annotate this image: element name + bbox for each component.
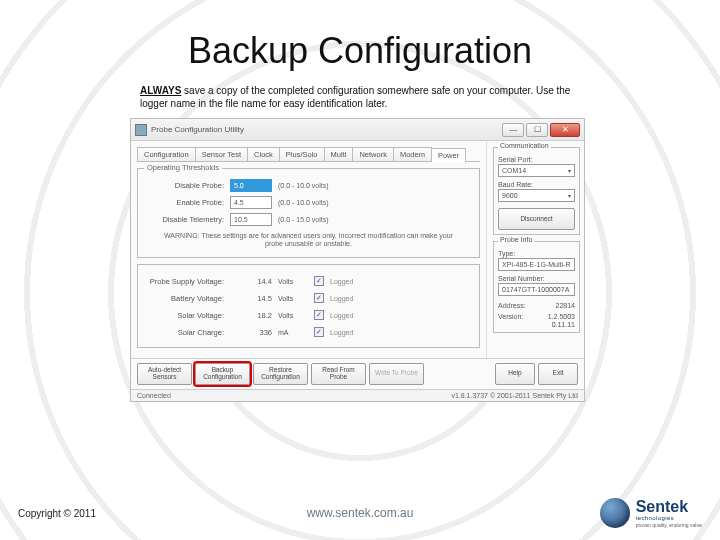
close-button[interactable]: ✕ xyxy=(550,123,580,137)
reading-label: Solar Charge: xyxy=(146,328,224,337)
exit-button[interactable]: Exit xyxy=(538,363,578,385)
logged-label: Logged xyxy=(330,329,353,336)
version-value-2: 0.11.11 xyxy=(552,321,575,328)
serial-port-label: Serial Port: xyxy=(498,156,575,163)
type-label: Type: xyxy=(498,250,575,257)
app-icon xyxy=(135,124,147,136)
serial-number-field: 01747GTT-1000007A xyxy=(498,283,575,296)
reading-value: 14.5 xyxy=(230,294,272,303)
operating-thresholds-group: Operating Thresholds Disable Probe: 5.0 … xyxy=(137,168,480,258)
version-label: Version: xyxy=(498,313,523,320)
group-legend: Operating Thresholds xyxy=(144,163,222,172)
reading-label: Battery Voltage: xyxy=(146,294,224,303)
sentek-logo: Sentek technologies proven quality, endu… xyxy=(600,498,702,528)
reading-row: Battery Voltage:14.5Volts✓Logged xyxy=(146,290,471,307)
comm-legend: Communication xyxy=(498,142,551,149)
reading-value: 336 xyxy=(230,328,272,337)
tab-sensor-test[interactable]: Sensor Test xyxy=(195,147,248,161)
slide-title: Backup Configuration xyxy=(0,0,720,80)
footer-url: www.sentek.com.au xyxy=(307,506,414,520)
baud-rate-dropdown[interactable]: 9600▾ xyxy=(498,189,575,202)
reading-row: Solar Charge:336mA✓Logged xyxy=(146,324,471,341)
warning-text: WARNING: These settings are for advanced… xyxy=(156,232,461,249)
reading-label: Probe Supply Voltage: xyxy=(146,277,224,286)
serial-port-dropdown[interactable]: COM14▾ xyxy=(498,164,575,177)
reading-label: Solar Voltage: xyxy=(146,311,224,320)
read-from-probe-button[interactable]: Read FromProbe xyxy=(311,363,366,385)
enable-probe-label: Enable Probe: xyxy=(146,198,224,207)
enable-probe-field[interactable]: 4.5 xyxy=(230,196,272,209)
disable-telemetry-hint: (0.0 - 15.0 volts) xyxy=(278,216,329,223)
copyright-text: Copyright © 2011 xyxy=(18,508,96,519)
disable-probe-field[interactable]: 5.0 xyxy=(230,179,272,192)
logo-globe-icon xyxy=(600,498,630,528)
logged-checkbox[interactable]: ✓ xyxy=(314,327,324,337)
type-field: XPI-485-E-1G-Multi-R xyxy=(498,258,575,271)
bottom-toolbar: Auto-detectSensors BackupConfiguration R… xyxy=(131,358,584,389)
reading-unit: mA xyxy=(278,329,308,336)
tab-network[interactable]: Network xyxy=(352,147,394,161)
reading-value: 18.2 xyxy=(230,311,272,320)
readings-group: Probe Supply Voltage:14.4Volts✓LoggedBat… xyxy=(137,264,480,348)
window-title: Probe Configuration Utility xyxy=(151,125,244,134)
logged-label: Logged xyxy=(330,312,353,319)
logged-checkbox[interactable]: ✓ xyxy=(314,276,324,286)
logo-tagline: proven quality, enduring value xyxy=(636,523,702,528)
dropdown-icon: ▾ xyxy=(568,167,571,174)
tab-modem[interactable]: Modem xyxy=(393,147,432,161)
reading-value: 14.4 xyxy=(230,277,272,286)
status-left: Connected xyxy=(137,392,171,399)
status-bar: Connected v1.8.1.3737 © 2001-2011 Sentek… xyxy=(131,389,584,401)
logged-label: Logged xyxy=(330,295,353,302)
tab-bar: ConfigurationSensor TestClockPlus/SoloMu… xyxy=(137,147,480,162)
tab-clock[interactable]: Clock xyxy=(247,147,280,161)
backup-configuration-button[interactable]: BackupConfiguration xyxy=(195,363,250,385)
disable-probe-hint: (0.0 - 10.0 volts) xyxy=(278,182,329,189)
logo-brand: Sentek xyxy=(636,499,702,515)
probe-info-legend: Probe Info xyxy=(498,236,534,243)
disable-telemetry-label: Disable Telemetry: xyxy=(146,215,224,224)
instruction-text: ALWAYS save a copy of the completed conf… xyxy=(140,84,580,110)
communication-group: Communication Serial Port: COM14▾ Baud R… xyxy=(493,147,580,235)
help-button[interactable]: Help xyxy=(495,363,535,385)
disable-telemetry-field[interactable]: 10.5 xyxy=(230,213,272,226)
tab-multi[interactable]: Multi xyxy=(324,147,354,161)
maximize-button[interactable]: ☐ xyxy=(526,123,548,137)
tab-plus-solo[interactable]: Plus/Solo xyxy=(279,147,325,161)
logged-checkbox[interactable]: ✓ xyxy=(314,310,324,320)
logo-subtext: technologies xyxy=(636,515,702,521)
address-value: 22814 xyxy=(556,302,575,309)
address-label: Address: xyxy=(498,302,526,309)
app-window: Probe Configuration Utility — ☐ ✕ Config… xyxy=(130,118,585,402)
tab-power[interactable]: Power xyxy=(431,148,466,162)
write-to-probe-button[interactable]: Write To Probe xyxy=(369,363,424,385)
reading-row: Solar Voltage:18.2Volts✓Logged xyxy=(146,307,471,324)
status-right: v1.8.1.3737 © 2001-2011 Sentek Pty Ltd xyxy=(451,392,578,399)
minimize-button[interactable]: — xyxy=(502,123,524,137)
logged-checkbox[interactable]: ✓ xyxy=(314,293,324,303)
titlebar: Probe Configuration Utility — ☐ ✕ xyxy=(131,119,584,141)
tab-configuration[interactable]: Configuration xyxy=(137,147,196,161)
serial-number-label: Serial Number: xyxy=(498,275,575,282)
dropdown-icon: ▾ xyxy=(568,192,571,199)
reading-unit: Volts xyxy=(278,295,308,302)
disconnect-button[interactable]: Disconnect xyxy=(498,208,575,230)
restore-configuration-button[interactable]: RestoreConfiguration xyxy=(253,363,308,385)
auto-detect-sensors-button[interactable]: Auto-detectSensors xyxy=(137,363,192,385)
reading-unit: Volts xyxy=(278,278,308,285)
baud-rate-label: Baud Rate: xyxy=(498,181,575,188)
slide-footer: Copyright © 2011 www.sentek.com.au Sente… xyxy=(0,492,720,540)
reading-unit: Volts xyxy=(278,312,308,319)
version-value-1: 1.2.5003 xyxy=(548,313,575,320)
reading-row: Probe Supply Voltage:14.4Volts✓Logged xyxy=(146,273,471,290)
probe-info-group: Probe Info Type: XPI-485-E-1G-Multi-R Se… xyxy=(493,241,580,333)
enable-probe-hint: (0.0 - 10.0 volts) xyxy=(278,199,329,206)
disable-probe-label: Disable Probe: xyxy=(146,181,224,190)
logged-label: Logged xyxy=(330,278,353,285)
